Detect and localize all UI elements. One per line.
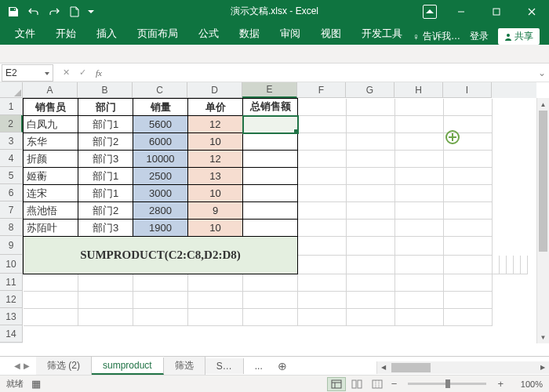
row-header-14[interactable]: 14 — [0, 325, 23, 343]
close-button[interactable] — [514, 0, 549, 23]
col-header-F[interactable]: F — [297, 82, 346, 98]
cell-F6[interactable] — [298, 185, 347, 202]
cell-E1[interactable]: 总销售额 — [243, 99, 298, 116]
cell-F4[interactable] — [298, 151, 347, 168]
add-sheet-button[interactable]: ⊕ — [274, 360, 291, 372]
row-header-13[interactable]: 13 — [0, 308, 23, 325]
cell-G12[interactable] — [347, 274, 395, 292]
cell-F1[interactable] — [298, 99, 347, 116]
cell-B11[interactable] — [347, 256, 395, 274]
cell-C5[interactable]: 2500 — [133, 168, 188, 185]
cell-F13[interactable] — [298, 292, 347, 309]
cell-G2[interactable] — [347, 116, 395, 133]
col-header-H[interactable]: H — [394, 82, 443, 98]
cell-B7[interactable]: 部门2 — [78, 202, 133, 220]
cell-F7[interactable] — [298, 202, 347, 220]
cell-D1[interactable]: 单价 — [188, 99, 243, 116]
cell-G7[interactable] — [347, 202, 395, 220]
cell-G8[interactable] — [347, 220, 395, 237]
select-all-corner[interactable] — [0, 82, 23, 98]
sheet-nav[interactable]: ◀▶ — [8, 361, 36, 370]
sheet-next-icon[interactable]: ▶ — [24, 361, 30, 370]
cell-F11[interactable] — [500, 256, 507, 274]
macro-record-icon[interactable]: ▦ — [31, 378, 41, 390]
view-page-layout-button[interactable] — [347, 377, 366, 391]
col-header-I[interactable]: I — [443, 82, 492, 98]
cell-G3[interactable] — [347, 133, 395, 151]
cell-D13[interactable] — [188, 292, 243, 309]
scroll-up-icon[interactable]: ▲ — [537, 98, 549, 111]
row-header-2[interactable]: 2 — [0, 115, 23, 132]
cell-I5[interactable] — [444, 168, 493, 185]
zoom-value[interactable]: 100% — [508, 379, 543, 389]
cell-B3[interactable]: 部门2 — [78, 133, 133, 151]
sheet-tab-more[interactable]: ... — [244, 358, 274, 374]
cell-I14[interactable] — [444, 309, 493, 326]
cell-E12[interactable] — [243, 274, 298, 292]
zoom-handle[interactable] — [445, 379, 450, 388]
ribbon-display-button[interactable] — [423, 5, 437, 19]
scroll-left-icon[interactable]: ◀ — [377, 364, 390, 371]
cell-G4[interactable] — [347, 151, 395, 168]
tab-developer[interactable]: 开发工具 — [351, 23, 413, 45]
cell-C8[interactable]: 1900 — [133, 220, 188, 237]
cell-B4[interactable]: 部门3 — [78, 151, 133, 168]
cell-C14[interactable] — [133, 309, 188, 326]
cell-A3[interactable]: 东华 — [24, 133, 78, 151]
cell-G14[interactable] — [347, 309, 395, 326]
cell-H8[interactable] — [395, 220, 444, 237]
sheet-tab-0[interactable]: 筛选 (2) — [36, 357, 92, 375]
col-header-G[interactable]: G — [346, 82, 394, 98]
zoom-slider[interactable] — [408, 383, 486, 385]
cell-A12[interactable] — [24, 274, 78, 292]
row-headers[interactable]: 1234567891011121314 — [0, 98, 23, 343]
row-header-4[interactable]: 4 — [0, 150, 23, 167]
cell-I6[interactable] — [444, 185, 493, 202]
row-header-1[interactable]: 1 — [0, 98, 23, 115]
cell-B1[interactable]: 部门 — [78, 99, 133, 116]
cell-H11[interactable] — [514, 256, 521, 274]
row-header-9[interactable]: 9 — [0, 236, 23, 255]
cell-A4[interactable]: 折颜 — [24, 151, 78, 168]
save-button[interactable] — [4, 2, 23, 21]
scroll-right-icon[interactable]: ▶ — [536, 364, 549, 371]
cell-I13[interactable] — [444, 292, 493, 309]
cell-I9[interactable] — [444, 237, 493, 256]
row-header-7[interactable]: 7 — [0, 201, 23, 219]
cell-C13[interactable] — [133, 292, 188, 309]
cell-H4[interactable] — [395, 151, 444, 168]
vertical-scrollbar[interactable]: ▲ ▼ — [536, 98, 549, 343]
view-normal-button[interactable] — [327, 377, 346, 391]
cell-D7[interactable]: 9 — [188, 202, 243, 220]
cell-C4[interactable]: 10000 — [133, 151, 188, 168]
cell-D14[interactable] — [188, 309, 243, 326]
cell-D3[interactable]: 10 — [188, 133, 243, 151]
col-header-D[interactable]: D — [187, 82, 242, 98]
tab-data[interactable]: 数据 — [229, 23, 270, 45]
cell-D4[interactable]: 12 — [188, 151, 243, 168]
signin-link[interactable]: 登录 — [470, 30, 489, 43]
cell-I1[interactable] — [444, 99, 493, 116]
cell-H9[interactable] — [395, 237, 444, 256]
row-header-3[interactable]: 3 — [0, 132, 23, 150]
tab-view[interactable]: 视图 — [311, 23, 351, 45]
cell-A2[interactable]: 白凤九 — [24, 116, 78, 133]
sheet-tab-3[interactable]: S… — [205, 358, 244, 374]
cell-C2[interactable]: 5600 — [133, 116, 188, 133]
cell-A5[interactable]: 姬蘅 — [24, 168, 78, 185]
tab-formulas[interactable]: 公式 — [188, 23, 229, 45]
cell-B12[interactable] — [78, 274, 133, 292]
column-headers[interactable]: ABCDEFGHI — [23, 82, 536, 98]
cell-D8[interactable]: 10 — [188, 220, 243, 237]
cell-H5[interactable] — [395, 168, 444, 185]
col-header-A[interactable]: A — [23, 82, 78, 98]
cell-D5[interactable]: 13 — [188, 168, 243, 185]
cell-H6[interactable] — [395, 185, 444, 202]
tab-home[interactable]: 开始 — [45, 23, 86, 45]
cell-D11[interactable] — [444, 256, 493, 274]
cell-A1[interactable]: 销售员 — [24, 99, 78, 116]
row-header-11[interactable]: 11 — [0, 274, 23, 291]
cell-F12[interactable] — [298, 274, 347, 292]
scroll-down-icon[interactable]: ▼ — [537, 331, 549, 343]
cell-A14[interactable] — [24, 309, 78, 326]
